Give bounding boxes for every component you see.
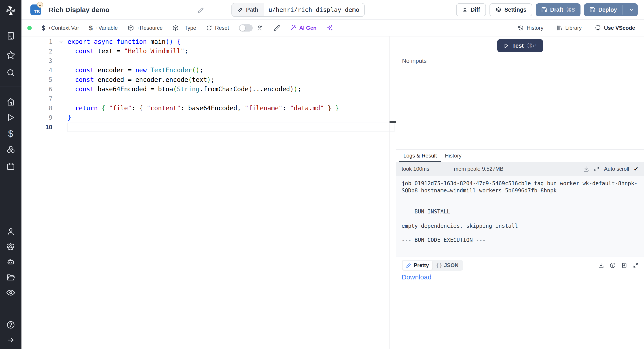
copy-clipboard-icon[interactable] (621, 262, 628, 268)
path-pencil-icon (237, 7, 243, 13)
line-number: 7 (22, 96, 54, 102)
code-line-text[interactable] (68, 123, 394, 132)
add-resource-button[interactable]: +Resource (128, 25, 163, 31)
test-label: Test (512, 42, 524, 49)
reset-button[interactable]: Reset (206, 25, 229, 31)
code-line[interactable]: 2 const text = "Hello Windmill"; (22, 47, 396, 56)
maximize-result-icon[interactable] (633, 262, 639, 268)
path-value[interactable]: u/henri/rich_display_demo (264, 3, 364, 16)
pretty-label: Pretty (414, 262, 429, 268)
toggle-switch[interactable] (239, 24, 253, 32)
add-variable-label: +Variable (95, 25, 118, 31)
job-logs[interactable]: job=01912d75-163d-8204-47c9-5469c516cb1e… (396, 176, 644, 257)
overview-ruler (389, 37, 390, 349)
code-line-text[interactable]: return { "file": { "content": base64Enco… (68, 104, 396, 113)
no-inputs-text: No inputs (402, 58, 644, 65)
code-line[interactable]: 10 (22, 123, 396, 132)
tab-logs-result[interactable]: Logs & Result (399, 150, 441, 162)
expand-logs-icon[interactable] (594, 166, 600, 172)
auto-scroll-label[interactable]: Auto scroll (604, 166, 629, 172)
play-icon (503, 43, 509, 49)
edit-title-pencil-icon[interactable] (198, 6, 204, 14)
path-chip[interactable]: Path u/henri/rich_display_demo (232, 3, 365, 17)
diff-label: Diff (471, 7, 480, 13)
fold-chevron-icon[interactable] (54, 39, 68, 45)
deploy-chevron-icon[interactable] (626, 7, 634, 13)
code-line[interactable]: 1export async function main() { (22, 37, 396, 47)
info-icon[interactable] (610, 262, 616, 268)
code-line[interactable]: 7 (22, 94, 396, 103)
code-line-text[interactable]: } (68, 113, 396, 122)
settings-button[interactable]: Settings (490, 3, 532, 16)
line-number: 8 (22, 105, 54, 112)
variables-dollar-icon[interactable]: $ (5, 128, 16, 139)
paintbrush-icon[interactable] (273, 25, 280, 31)
add-variable-button[interactable]: $ +Variable (89, 24, 118, 32)
audit-eye-icon[interactable] (5, 287, 16, 298)
auto-scroll-check-icon[interactable]: ✓ (634, 165, 639, 172)
use-vscode-button[interactable]: Use VScode (594, 25, 635, 31)
history-button[interactable]: History (518, 25, 544, 31)
add-type-button[interactable]: +Type (172, 25, 196, 31)
ai-gen-label: AI Gen (299, 25, 316, 31)
path-label: Path (246, 7, 258, 13)
line-number: 1 (22, 39, 54, 45)
draft-shortcut: ⌘S (566, 7, 575, 13)
library-label: Library (565, 25, 582, 31)
favorites-star-icon[interactable] (5, 50, 16, 60)
expand-sidebar-arrow-icon[interactable] (5, 335, 16, 345)
home-icon[interactable] (5, 96, 16, 107)
download-result-icon[interactable] (598, 262, 604, 268)
folders-icon[interactable] (5, 272, 16, 283)
code-line[interactable]: 9} (22, 113, 396, 122)
download-logs-icon[interactable] (583, 166, 589, 172)
sidebar-divider (0, 87, 22, 87)
code-lines: 1export async function main() {2 const t… (22, 37, 396, 132)
use-vscode-label: Use VScode (604, 25, 635, 31)
tab-history[interactable]: History (441, 150, 466, 162)
code-editor[interactable]: 1export async function main() {2 const t… (22, 37, 396, 349)
diff-button[interactable]: Diff (456, 3, 486, 16)
history-label: History (526, 25, 544, 31)
save-icon (590, 7, 596, 13)
library-button[interactable]: Library (556, 25, 582, 31)
code-line-text[interactable]: const base64Encoded = btoa(String.fromCh… (68, 85, 396, 94)
users-person-icon[interactable] (5, 226, 16, 237)
runs-play-icon[interactable] (5, 112, 16, 123)
user-sound-icon[interactable] (257, 25, 264, 31)
add-context-var-button[interactable]: $ +Context Var (42, 24, 79, 32)
code-line-text[interactable]: const encoded = encoder.encode(text); (68, 75, 396, 85)
test-button[interactable]: Test ⌘↵ (497, 39, 543, 52)
help-icon[interactable] (5, 319, 16, 330)
code-line[interactable]: 4 const encoder = new TextEncoder(); (22, 66, 396, 75)
code-line-text[interactable]: export async function main() { (68, 37, 396, 47)
code-line-text[interactable]: const encoder = new TextEncoder(); (68, 66, 396, 75)
line-number: 3 (22, 58, 54, 64)
workspace-icon[interactable] (5, 31, 16, 41)
deploy-button[interactable]: Deploy (584, 3, 638, 16)
code-line[interactable]: 3 (22, 56, 396, 66)
draft-label: Draft (550, 7, 563, 13)
settings-gear-icon[interactable] (5, 241, 16, 252)
reset-label: Reset (215, 25, 229, 31)
result-area: Pretty { } JSON (396, 257, 644, 349)
search-icon[interactable] (5, 67, 16, 78)
pretty-view-option[interactable]: Pretty (402, 261, 432, 270)
draft-button[interactable]: Draft ⌘S (536, 3, 580, 16)
line-number: 6 (22, 86, 54, 93)
ai-gen-button[interactable]: AI Gen (290, 25, 316, 31)
code-line[interactable]: 8 return { "file": { "content": base64En… (22, 104, 396, 113)
workers-robot-icon[interactable] (5, 256, 16, 267)
schedules-calendar-icon[interactable] (5, 161, 16, 172)
sparkles-icon[interactable] (326, 25, 333, 31)
code-line-text[interactable]: const text = "Hello Windmill"; (68, 47, 396, 56)
code-line[interactable]: 6 const base64Encoded = btoa(String.from… (22, 85, 396, 94)
took-duration: took 100ms (402, 166, 429, 172)
download-result-link[interactable]: Download (402, 273, 431, 281)
resources-boxes-icon[interactable] (5, 145, 16, 155)
json-view-option[interactable]: { } JSON (433, 261, 462, 270)
code-line[interactable]: 5 const encoded = encoder.encode(text); (22, 75, 396, 85)
windmill-logo-icon[interactable] (5, 5, 16, 16)
path-edit-section[interactable]: Path (232, 3, 264, 16)
sidebar: $ (0, 0, 22, 349)
